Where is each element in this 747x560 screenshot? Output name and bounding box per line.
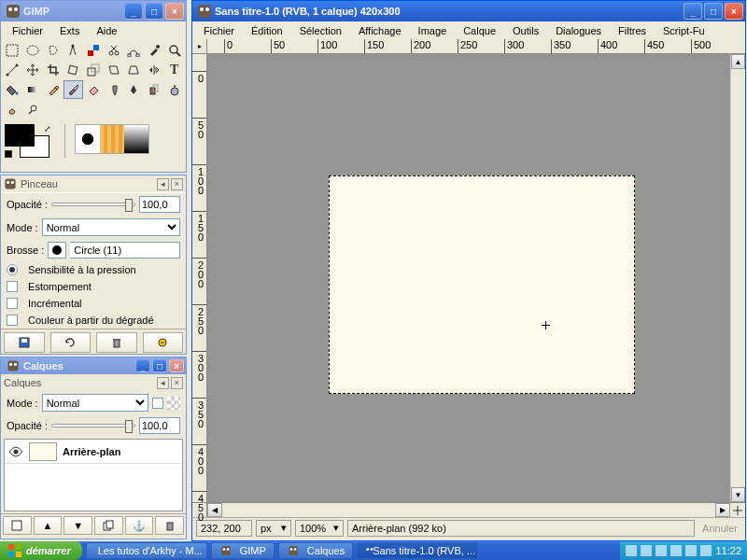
image-titlebar[interactable]: Sans titre-1.0 (RVB, 1 calque) 420x300 _… — [192, 1, 745, 21]
horizontal-ruler[interactable]: 050100150200250300350400450500 — [207, 39, 730, 54]
detach-button[interactable]: ◂ — [157, 178, 169, 190]
tool-move[interactable] — [23, 61, 43, 79]
menu-file[interactable]: Fichier — [5, 23, 50, 38]
tool-by-color-select[interactable] — [84, 41, 104, 60]
layer-row[interactable]: Arrière-plan — [5, 440, 182, 464]
detach-button[interactable]: ◂ — [157, 377, 169, 389]
tool-airbrush[interactable] — [104, 80, 123, 99]
fg-color[interactable] — [5, 124, 35, 147]
delete-options-button[interactable] — [96, 332, 137, 353]
maximize-button[interactable]: □ — [152, 359, 167, 372]
vertical-ruler[interactable]: 050100150200250300350400450 — [192, 54, 207, 502]
menu-dialogs[interactable]: Dialogues — [548, 23, 609, 38]
layers-titlebar[interactable]: Calques _ □ × — [1, 357, 186, 374]
tool-free-select[interactable] — [43, 41, 63, 60]
opacity-slider[interactable] — [51, 203, 135, 206]
tool-paintbrush[interactable] — [63, 80, 83, 99]
anchor-layer-button[interactable]: ⚓ — [125, 516, 154, 535]
close-button[interactable]: × — [725, 3, 743, 20]
tool-perspective[interactable] — [124, 61, 144, 79]
usegradient-checkbox[interactable] — [7, 315, 18, 326]
visibility-icon[interactable] — [8, 444, 23, 459]
scroll-right-button[interactable]: ▶ — [715, 503, 730, 517]
minimize-button[interactable]: _ — [684, 3, 702, 20]
fade-checkbox[interactable] — [7, 281, 18, 292]
menu-help[interactable]: Aide — [89, 23, 124, 38]
menu-layer[interactable]: Calque — [456, 23, 503, 38]
system-tray[interactable]: 11:22 — [620, 541, 747, 560]
swap-colors-icon[interactable]: ⤢ — [44, 124, 51, 133]
canvas-area[interactable] — [207, 54, 730, 502]
tool-convolve[interactable] — [164, 80, 184, 99]
canvas[interactable] — [329, 175, 635, 394]
delete-layer-button[interactable] — [155, 516, 184, 535]
tool-ink[interactable] — [124, 80, 144, 99]
pressure-expander[interactable] — [7, 264, 18, 275]
tool-ellipse-select[interactable] — [23, 41, 43, 60]
menu-file[interactable]: Fichier — [196, 23, 242, 38]
tray-icon[interactable] — [626, 545, 637, 556]
tool-magnify[interactable] — [164, 41, 184, 60]
close-button[interactable]: × — [165, 3, 184, 20]
mode-select[interactable]: Normal — [42, 218, 180, 236]
reset-options-button[interactable] — [143, 332, 184, 353]
tray-icon[interactable] — [655, 545, 667, 556]
maximize-button[interactable]: □ — [704, 3, 723, 20]
brush-pattern-gradient[interactable] — [75, 124, 149, 154]
tool-blend[interactable] — [23, 80, 43, 99]
tool-eraser[interactable] — [84, 80, 104, 99]
start-button[interactable]: démarrer — [0, 541, 82, 560]
tool-flip[interactable] — [145, 61, 164, 79]
tool-bucket-fill[interactable] — [3, 80, 22, 99]
active-brush[interactable] — [76, 125, 100, 153]
clock[interactable]: 11:22 — [715, 545, 741, 556]
tool-options-header[interactable]: Pinceau ◂ × — [1, 175, 186, 192]
menu-image[interactable]: Image — [411, 23, 455, 38]
navigation-button[interactable] — [730, 502, 745, 517]
tool-clone[interactable] — [145, 80, 164, 99]
tool-crop[interactable] — [43, 61, 63, 79]
brush-preview[interactable] — [48, 242, 66, 259]
reset-colors-icon[interactable] — [5, 150, 12, 158]
tool-smudge[interactable] — [3, 100, 22, 119]
menu-tools[interactable]: Outils — [505, 23, 546, 38]
layer-name[interactable]: Arrière-plan — [63, 446, 120, 457]
incremental-checkbox[interactable] — [7, 298, 18, 309]
lock-alpha-checkbox[interactable] — [152, 398, 163, 409]
taskbar-item-layers[interactable]: Calques — [278, 542, 353, 559]
scroll-left-button[interactable]: ◀ — [207, 503, 222, 517]
menu-scriptfu[interactable]: Script-Fu — [655, 23, 712, 38]
close-dock-button[interactable]: × — [171, 377, 183, 389]
maximize-button[interactable]: □ — [145, 3, 163, 20]
minimize-button[interactable]: _ — [135, 359, 150, 372]
tool-text[interactable]: T — [164, 61, 184, 79]
layer-opacity-slider[interactable] — [51, 424, 135, 427]
tool-shear[interactable] — [104, 61, 123, 79]
scroll-down-button[interactable]: ▼ — [731, 487, 745, 502]
menu-filters[interactable]: Filtres — [611, 23, 654, 38]
toolbox-titlebar[interactable]: GIMP _ □ × — [1, 1, 186, 21]
tool-color-picker[interactable] — [145, 41, 164, 60]
menu-exts[interactable]: Exts — [52, 23, 87, 38]
tool-paths[interactable] — [124, 41, 144, 60]
tray-icon[interactable] — [641, 545, 652, 556]
layer-opacity-spinner[interactable]: 100,0 — [139, 417, 180, 434]
horizontal-scrollbar[interactable]: ◀ ▶ — [207, 502, 730, 517]
raise-layer-button[interactable]: ▲ — [34, 516, 63, 535]
tool-rect-select[interactable] — [3, 41, 22, 60]
taskbar-item-firefox[interactable]: Les tutos d'Arkhy - M... — [86, 542, 207, 559]
new-layer-button[interactable] — [3, 516, 32, 535]
tray-icon[interactable] — [700, 545, 712, 556]
taskbar-item-gimp[interactable]: GIMP — [211, 542, 275, 559]
close-dock-button[interactable]: × — [171, 178, 183, 190]
tool-rotate[interactable] — [63, 61, 83, 79]
tool-dodge-burn[interactable] — [23, 100, 43, 119]
lower-layer-button[interactable]: ▼ — [63, 516, 92, 535]
close-button[interactable]: × — [169, 359, 184, 372]
tool-scissors[interactable] — [104, 41, 123, 60]
ruler-origin[interactable]: ▸ — [192, 39, 207, 54]
zoom-select[interactable]: 100%▾ — [295, 520, 344, 537]
tray-icon[interactable] — [670, 545, 682, 556]
active-gradient[interactable] — [124, 125, 148, 153]
tool-measure[interactable] — [3, 61, 22, 79]
